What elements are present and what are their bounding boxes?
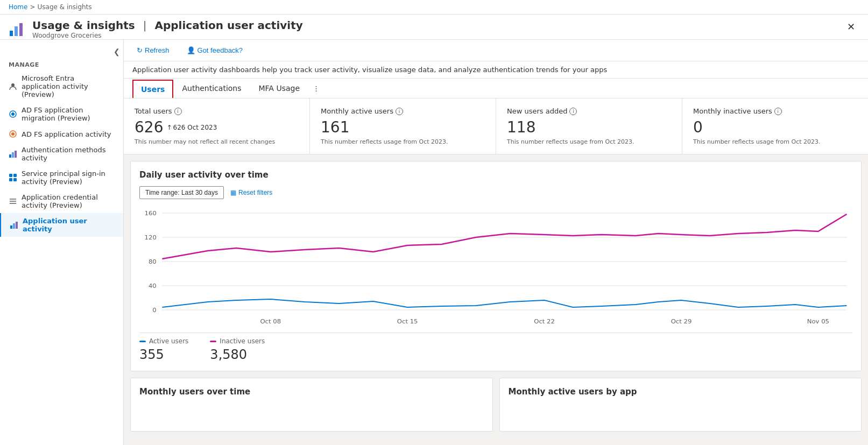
tab-authentications[interactable]: Authentications xyxy=(173,79,250,98)
stat-total-label: Total users i xyxy=(135,107,299,115)
stat-monthly-inactive-note: This number reflects usage from Oct 2023… xyxy=(693,138,857,145)
sidebar-collapse-button[interactable]: ❮ xyxy=(110,46,123,57)
sidebar-item-adfs-activity-label: AD FS application activity xyxy=(22,130,111,138)
sidebar-item-auth-methods-label: Authentication methods activity xyxy=(22,146,115,162)
monthly-active-by-app-title: Monthly active users by app xyxy=(509,387,853,397)
sidebar-item-app-user-activity[interactable]: Application user activity xyxy=(0,213,123,237)
active-users-legend-value: 355 xyxy=(139,347,188,362)
stat-monthly-active: Monthly active users i 161 This number r… xyxy=(310,98,496,154)
refresh-button[interactable]: ↻ Refresh xyxy=(132,44,174,56)
adfs-migrate-icon xyxy=(9,110,17,118)
stat-monthly-inactive-value: 0 xyxy=(693,118,857,136)
inactive-users-dot xyxy=(210,341,216,342)
svg-rect-0 xyxy=(10,31,13,36)
reset-filters-button[interactable]: ▦ Reset filters xyxy=(230,189,272,196)
active-users-legend-label: Active users xyxy=(149,337,188,345)
tab-users-label: Users xyxy=(141,85,165,94)
inactive-users-legend-value: 3,580 xyxy=(210,347,265,362)
monthly-active-info-icon[interactable]: i xyxy=(396,108,403,115)
info-text: Application user activity dashboards hel… xyxy=(132,66,607,74)
chart-section: Daily user activity over time Time range… xyxy=(130,161,862,371)
adfs-activity-icon xyxy=(9,130,17,138)
chart-bar-icon xyxy=(9,150,17,158)
svg-text:80: 80 xyxy=(149,258,157,265)
sidebar-item-service-principal[interactable]: Service principal sign-in activity (Prev… xyxy=(0,166,123,189)
inactive-users-legend-label: Inactive users xyxy=(220,337,265,345)
sidebar-section-title: Manage xyxy=(0,57,123,70)
page-title: Usage & insights | Application user acti… xyxy=(32,19,303,32)
svg-rect-18 xyxy=(10,225,12,229)
tab-more[interactable]: ⋮ xyxy=(308,79,324,98)
tab-mfa-usage-label: MFA Usage xyxy=(259,84,300,93)
svg-point-3 xyxy=(11,83,15,87)
breadcrumb: Home > Usage & insights xyxy=(9,3,92,11)
stat-total-note: This number may not reflect all recent c… xyxy=(135,138,299,145)
layout: ❮ Manage Microsoft Entra application act… xyxy=(0,40,868,445)
toolbar: ↻ Refresh 👤 Got feedback? xyxy=(124,40,868,61)
tabs-bar: Users Authentications MFA Usage ⋮ xyxy=(124,79,868,98)
refresh-label: Refresh xyxy=(145,46,170,54)
sidebar-item-auth-methods[interactable]: Authentication methods activity xyxy=(0,142,123,166)
monthly-users-title: Monthly users over time xyxy=(139,387,484,397)
svg-text:40: 40 xyxy=(149,282,157,289)
sidebar-item-entra-app[interactable]: Microsoft Entra application activity (Pr… xyxy=(0,70,123,102)
active-users-dot xyxy=(139,341,146,342)
breadcrumb-current: Usage & insights xyxy=(38,3,92,11)
svg-rect-1 xyxy=(15,26,18,36)
stat-monthly-inactive-label: Monthly inactive users i xyxy=(693,107,857,115)
svg-rect-14 xyxy=(13,178,17,181)
svg-point-5 xyxy=(11,112,15,116)
main-header: Usage & insights | Application user acti… xyxy=(0,15,868,40)
monthly-inactive-info-icon[interactable]: i xyxy=(774,108,782,115)
person-icon xyxy=(9,82,17,91)
stat-total-users: Total users i 626 ↑ 626 Oct 2023 This nu… xyxy=(124,98,310,154)
svg-rect-11 xyxy=(9,174,12,177)
stat-new-users-note: This number reflects usage from Oct 2023… xyxy=(507,138,671,145)
sidebar-item-service-principal-label: Service principal sign-in activity (Prev… xyxy=(22,169,115,186)
legend-active-users: Active users 355 xyxy=(139,337,188,362)
header-subtitle: Woodgrove Groceries xyxy=(32,32,303,39)
svg-rect-9 xyxy=(12,152,14,158)
stat-monthly-active-label: Monthly active users i xyxy=(321,107,485,115)
svg-rect-8 xyxy=(9,154,11,158)
info-bar: Application user activity dashboards hel… xyxy=(124,61,868,79)
svg-text:0: 0 xyxy=(152,306,156,314)
time-range-button[interactable]: Time range: Last 30 days xyxy=(139,186,224,199)
new-users-info-icon[interactable]: i xyxy=(569,108,577,115)
content-area: ↻ Refresh 👤 Got feedback? Application us… xyxy=(124,40,868,445)
sidebar: ❮ Manage Microsoft Entra application act… xyxy=(0,40,124,445)
stat-total-value: 626 ↑ 626 Oct 2023 xyxy=(135,118,299,136)
app-icon xyxy=(9,21,26,38)
svg-rect-19 xyxy=(13,223,15,229)
total-users-info-icon[interactable]: i xyxy=(174,108,182,115)
sidebar-item-app-credential[interactable]: Application credential activity (Preview… xyxy=(0,189,123,213)
feedback-button[interactable]: 👤 Got feedback? xyxy=(182,44,248,56)
chart-controls: Time range: Last 30 days ▦ Reset filters xyxy=(139,186,852,199)
svg-text:Oct 15: Oct 15 xyxy=(397,317,418,325)
tab-users[interactable]: Users xyxy=(132,80,173,98)
chart-legend: Active users 355 Inactive users 3,580 xyxy=(139,333,852,362)
svg-point-7 xyxy=(11,132,15,136)
svg-text:160: 160 xyxy=(145,209,157,217)
stats-row: Total users i 626 ↑ 626 Oct 2023 This nu… xyxy=(124,98,868,154)
chart-title: Daily user activity over time xyxy=(139,170,852,180)
stat-new-users-label: New users added i xyxy=(507,107,671,115)
stat-new-users: New users added i 118 This number reflec… xyxy=(496,98,682,154)
reset-filters-label: Reset filters xyxy=(238,189,272,196)
breadcrumb-home[interactable]: Home xyxy=(9,3,27,11)
tab-mfa-usage[interactable]: MFA Usage xyxy=(250,79,309,98)
stat-monthly-inactive: Monthly inactive users i 0 This number r… xyxy=(682,98,868,154)
legend-inactive-users: Inactive users 3,580 xyxy=(210,337,265,362)
sidebar-item-adfs-activity[interactable]: AD FS application activity xyxy=(0,126,123,142)
close-button[interactable]: ✕ xyxy=(843,19,859,35)
stat-total-trend: ↑ 626 Oct 2023 xyxy=(166,124,217,131)
bottom-section: Monthly users over time Monthly active u… xyxy=(130,378,862,432)
breadcrumb-bar: Home > Usage & insights xyxy=(0,0,868,15)
time-range-label: Time range: Last 30 days xyxy=(145,189,218,196)
refresh-icon: ↻ xyxy=(137,46,143,54)
header-title-block: Usage & insights | Application user acti… xyxy=(32,19,303,39)
stat-monthly-active-note: This number reflects usage from Oct 2023… xyxy=(321,138,485,145)
breadcrumb-sep: > xyxy=(30,3,35,11)
sidebar-item-adfs-migrate[interactable]: AD FS application migration (Preview) xyxy=(0,102,123,126)
svg-rect-2 xyxy=(19,23,23,36)
